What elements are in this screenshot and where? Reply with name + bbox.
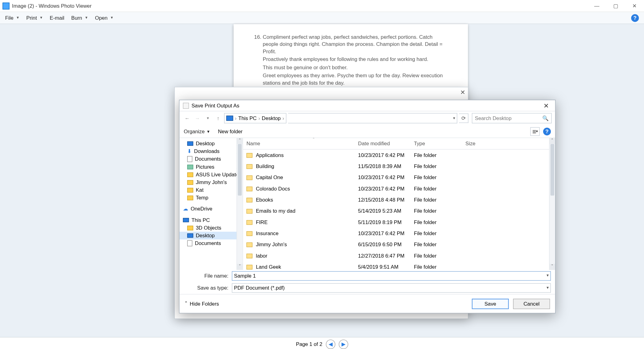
tree-item[interactable]: Jimmy John's (180, 179, 243, 186)
organize-label: Organize (184, 128, 205, 134)
file-date: 10/23/2017 6:42 PM (357, 185, 413, 193)
breadcrumb-item[interactable]: This PC (238, 115, 257, 121)
file-size (464, 177, 499, 179)
menu-burn[interactable]: Burn▼ (68, 13, 92, 23)
file-type: File folder (413, 151, 465, 159)
tree-item[interactable]: Kat (180, 186, 243, 194)
col-size[interactable]: Size (464, 139, 499, 148)
organize-button[interactable]: Organize ▼ (184, 128, 210, 134)
folder-icon (247, 253, 253, 258)
menu-email[interactable]: E-mail (46, 13, 68, 23)
file-row[interactable]: Emails to my dad5/14/2019 5:23 AMFile fo… (243, 206, 555, 217)
file-list-header[interactable]: Name Date modified Type Size (243, 138, 555, 150)
nav-forward-button[interactable]: → (193, 114, 202, 122)
hide-folders-label: Hide Folders (190, 301, 219, 307)
file-row[interactable]: labor12/27/2018 6:47 PMFile folder (243, 250, 555, 261)
refresh-button[interactable]: ⟳ (459, 114, 468, 123)
breadcrumb[interactable]: › This PC › Desktop › (224, 113, 286, 123)
file-size (464, 154, 499, 156)
scroll-thumb[interactable] (238, 144, 242, 196)
tree-item[interactable]: ⬇Downloads📌 (180, 147, 243, 155)
tree-item[interactable]: Documents📌 (180, 155, 243, 163)
menu-open-label: Open (95, 15, 108, 21)
tree-item-label: Downloads (194, 148, 219, 154)
minimize-button[interactable]: — (587, 0, 606, 12)
save-button[interactable]: Save (472, 299, 509, 309)
file-row[interactable]: Land Geek5/4/2019 9:51 AMFile folder (243, 261, 555, 270)
window-close-button[interactable]: ✕ (625, 0, 644, 12)
tree-item[interactable]: ASUS Live Update (180, 170, 243, 178)
breadcrumb-item[interactable]: Desktop (262, 115, 281, 121)
tree-item-label: Desktop (196, 233, 215, 239)
file-row[interactable]: Insurance10/23/2017 6:42 PMFile folder (243, 228, 555, 239)
col-name[interactable]: Name (246, 139, 357, 148)
tree-item[interactable]: Pictures📌 (180, 163, 243, 170)
desktop-icon (187, 142, 193, 146)
filename-input[interactable]: ▾ (232, 271, 551, 281)
view-options-button[interactable]: ≣▾ (530, 127, 540, 136)
breadcrumb-dropdown[interactable]: ▾ (288, 113, 457, 123)
chevron-down-icon[interactable]: ▾ (547, 285, 549, 290)
file-list[interactable]: ˄ Name Date modified Type Size Applicati… (243, 138, 555, 270)
cancel-button[interactable]: Cancel (513, 299, 550, 309)
search-input[interactable]: Search Desktop 🔍 (472, 113, 552, 123)
menu-open[interactable]: Open▼ (92, 13, 117, 23)
tree-item[interactable]: Documents (180, 239, 243, 247)
maximize-button[interactable]: ▢ (606, 0, 625, 12)
file-row[interactable]: FIRE5/11/2019 8:19 PMFile folder (243, 217, 555, 228)
dialog-close-button[interactable]: ✕ (541, 102, 552, 109)
file-row[interactable]: Ebooks12/15/2018 4:48 PMFile folder (243, 194, 555, 205)
file-row[interactable]: Capital One10/23/2017 6:42 PMFile folder (243, 172, 555, 183)
new-folder-button[interactable]: New folder (218, 128, 243, 134)
scroll-down-icon[interactable]: ˅ (237, 264, 243, 270)
next-page-button[interactable]: ▶ (339, 339, 348, 349)
tree-item[interactable]: This PC (180, 216, 243, 224)
pictures-icon (187, 164, 193, 169)
chevron-down-icon[interactable]: ▾ (547, 273, 549, 278)
file-row[interactable]: Jimmy John's6/15/2019 6:50 PMFile folder (243, 239, 555, 250)
document-text: Proactively thank employees for followin… (263, 56, 449, 63)
tree-item[interactable]: Desktop (180, 232, 243, 239)
scroll-thumb[interactable] (551, 144, 555, 196)
desktop-icon (183, 218, 189, 222)
file-type: File folder (413, 219, 465, 226)
scroll-up-icon[interactable]: ˄ (237, 138, 243, 144)
folder-tree[interactable]: Desktop📌⬇Downloads📌Documents📌Pictures📌AS… (180, 138, 243, 270)
folder-icon (247, 164, 253, 169)
nav-back-button[interactable]: ← (183, 114, 192, 122)
nav-up-button[interactable]: ↑ (214, 114, 223, 122)
tree-item-label: Kat (196, 187, 203, 193)
recent-locations-button[interactable]: ▾ (203, 114, 212, 122)
tree-item[interactable]: Desktop📌 (180, 140, 243, 147)
tree-scrollbar[interactable]: ˄ ˅ (237, 138, 243, 270)
tree-item-label: This PC (192, 217, 210, 223)
tree-item[interactable]: ☁OneDrive (180, 205, 243, 213)
col-type[interactable]: Type (413, 139, 465, 148)
file-type: File folder (413, 196, 465, 204)
prev-page-button[interactable]: ◀ (326, 339, 335, 349)
file-row[interactable]: Applications10/23/2017 6:42 PMFile folde… (243, 150, 555, 161)
file-row[interactable]: Building11/5/2018 8:39 AMFile folder (243, 161, 555, 172)
document-text: This must be genuine or don't bother. (263, 64, 449, 71)
help-icon[interactable]: ? (631, 14, 639, 22)
file-date: 5/11/2019 8:19 PM (357, 219, 413, 226)
dialog-help-icon[interactable]: ? (543, 127, 551, 135)
window-title: Image (2) - Windows Photo Viewer (12, 3, 92, 9)
menu-file-label: File (5, 15, 14, 21)
tree-item[interactable]: Temp (180, 194, 243, 202)
scroll-down-icon[interactable]: ˅ (550, 264, 555, 270)
print-panel-close-icon[interactable]: ✕ (460, 89, 465, 96)
savetype-select[interactable]: PDF Document (*.pdf) ▾ (232, 283, 551, 293)
scroll-up-icon[interactable]: ˄ (550, 138, 555, 144)
file-date: 10/23/2017 6:42 PM (357, 230, 413, 237)
save-dialog: Save Print Output As ✕ ← → ▾ ↑ › This PC… (179, 100, 555, 313)
filename-field[interactable] (234, 273, 549, 279)
chevron-down-icon: ▼ (206, 129, 210, 134)
file-row[interactable]: Colorado Docs10/23/2017 6:42 PMFile fold… (243, 183, 555, 194)
col-date[interactable]: Date modified (357, 139, 413, 148)
files-scrollbar[interactable]: ˄ ˅ (549, 138, 555, 270)
menu-print[interactable]: Print▼ (23, 13, 46, 23)
menu-file[interactable]: File▼ (2, 13, 23, 23)
tree-item[interactable]: 3D Objects (180, 224, 243, 232)
hide-folders-button[interactable]: ˄ Hide Folders (185, 301, 219, 307)
